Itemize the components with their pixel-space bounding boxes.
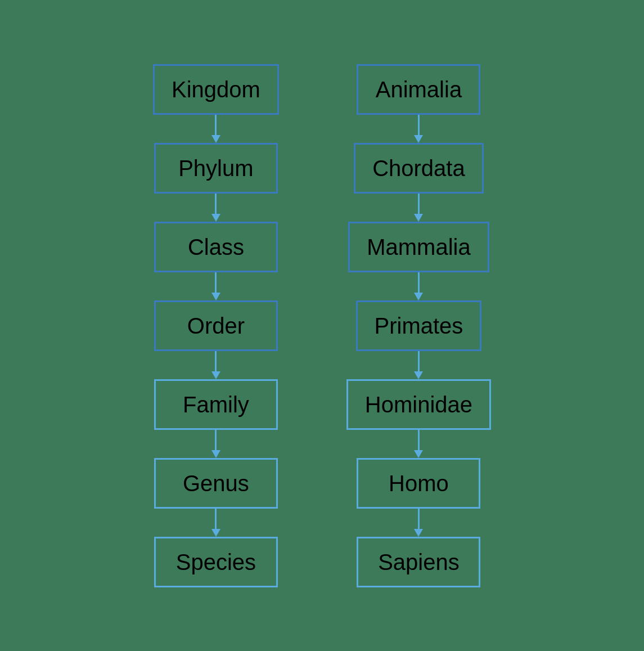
arrow-line xyxy=(418,115,420,135)
arrow-line xyxy=(418,194,420,214)
arrow-line xyxy=(418,351,420,371)
box-primates: Primates xyxy=(356,300,482,351)
arrow-line xyxy=(215,430,217,450)
arrow-primates xyxy=(414,351,423,379)
box-homo: Homo xyxy=(357,458,480,509)
arrow-family xyxy=(211,430,220,458)
arrow-kingdom xyxy=(211,115,220,143)
right-column: AnimaliaChordataMammaliaPrimatesHominida… xyxy=(346,64,491,587)
box-genus: Genus xyxy=(154,458,278,509)
box-hominidae: Hominidae xyxy=(346,379,491,430)
arrow-head xyxy=(414,135,423,143)
arrow-line xyxy=(418,509,420,529)
arrow-line xyxy=(215,272,217,293)
arrow-hominidae xyxy=(414,430,423,458)
arrow-head xyxy=(414,450,423,458)
arrow-head xyxy=(414,293,423,300)
arrow-line xyxy=(418,272,420,293)
box-mammalia: Mammalia xyxy=(348,222,489,272)
arrow-animalia xyxy=(414,115,423,143)
arrow-head xyxy=(414,371,423,379)
arrow-genus xyxy=(211,509,220,537)
arrow-head xyxy=(414,214,423,222)
box-chordata: Chordata xyxy=(354,143,484,194)
arrow-head xyxy=(211,293,220,300)
arrow-head xyxy=(211,214,220,222)
arrow-line xyxy=(215,351,217,371)
arrow-line xyxy=(215,194,217,214)
arrow-homo xyxy=(414,509,423,537)
arrow-line xyxy=(418,430,420,450)
arrow-phylum xyxy=(211,194,220,222)
arrow-line xyxy=(215,509,217,529)
box-kingdom: Kingdom xyxy=(153,64,279,115)
box-order: Order xyxy=(154,300,278,351)
box-animalia: Animalia xyxy=(357,64,480,115)
box-species: Species xyxy=(154,537,278,587)
box-family: Family xyxy=(154,379,278,430)
arrow-head xyxy=(211,135,220,143)
box-sapiens: Sapiens xyxy=(357,537,480,587)
left-column: KingdomPhylumClassOrderFamilyGenusSpecie… xyxy=(153,64,279,587)
arrow-chordata xyxy=(414,194,423,222)
diagram-container: KingdomPhylumClassOrderFamilyGenusSpecie… xyxy=(130,42,514,610)
box-phylum: Phylum xyxy=(154,143,278,194)
arrow-head xyxy=(211,450,220,458)
arrow-head xyxy=(211,371,220,379)
arrow-head xyxy=(414,529,423,537)
arrow-class xyxy=(211,272,220,300)
arrow-mammalia xyxy=(414,272,423,300)
arrow-head xyxy=(211,529,220,537)
box-class: Class xyxy=(154,222,278,272)
arrow-line xyxy=(215,115,217,135)
arrow-order xyxy=(211,351,220,379)
